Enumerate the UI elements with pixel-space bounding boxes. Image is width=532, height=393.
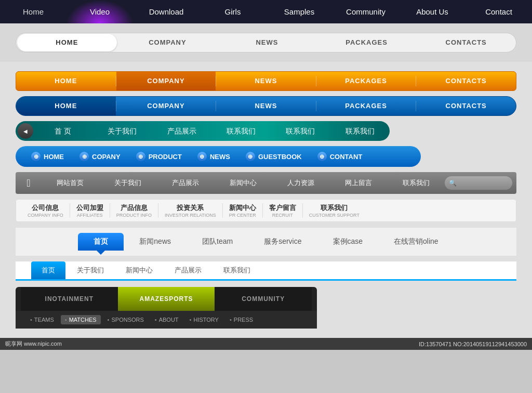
watermark-right: ID:13570471 NO:20140519112941453000	[419, 341, 527, 347]
nav-item-video[interactable]: Video	[66, 0, 133, 23]
nav2-item-home[interactable]: HOME	[16, 71, 116, 91]
nav5-item-contant[interactable]: ⊕ CONTANT	[310, 152, 370, 161]
nav5-icon-guestbook: ⊕	[246, 152, 255, 161]
nav5-item-news[interactable]: ⊕ NEWS	[190, 152, 238, 161]
top-navigation: Home Video Download Girls Samples Commun…	[0, 0, 532, 23]
search-input[interactable]	[459, 179, 511, 187]
nav-item-girls[interactable]: Girls	[200, 0, 266, 23]
nav5-item-copany[interactable]: ⊕ COPANY	[72, 152, 128, 161]
section-2: HOME COMPANY NEWS PACKAGES CONTACTS HOME…	[0, 62, 532, 338]
nav5-icon-contant: ⊕	[317, 152, 327, 161]
nav5-item-home[interactable]: ⊕ HOME	[23, 152, 72, 161]
nav-item-community[interactable]: Community	[332, 0, 399, 23]
nav5-icon-copany: ⊕	[79, 152, 89, 161]
nav4-item-contact3[interactable]: 联系我们	[330, 121, 390, 141]
nav3-item-home[interactable]: HOME	[16, 96, 116, 116]
nav7-item-investor[interactable]: 投资关系 INVESTOR RELATIONS	[158, 203, 223, 218]
nav10-subnav: •TEAMS •MATCHES •SPONSORS •ABOUT •HISTOR…	[16, 311, 317, 329]
nav6-item-home[interactable]: 网站首页	[42, 172, 99, 194]
nav5-item-product[interactable]: ⊕ PRODUCT	[128, 152, 190, 161]
nav4-item-products[interactable]: 产品展示	[152, 121, 211, 141]
nav-center-tab: 首页 新闻news 团队team 服务service 案例case 在线营销ol…	[16, 227, 516, 256]
nav6-search-box: 🔍	[445, 176, 512, 190]
nav7-item-contact[interactable]: 联系我们 CUSTOMER SUPPORT	[303, 203, 366, 218]
nav1-item-news[interactable]: NEWS	[217, 33, 317, 53]
nav5-item-guestbook[interactable]: ⊕ GUESTBOOK	[238, 152, 310, 161]
nav9-item-contact[interactable]: 联系我们	[213, 261, 261, 279]
nav-teal: ◀ 首 页 关于我们 产品展示 联系我们 联系我们 联系我们	[16, 121, 390, 141]
nav3-item-company[interactable]: COMPANY	[116, 96, 216, 116]
watermark-left: 昵享网 www.nipic.com	[5, 340, 62, 348]
nav2-item-news[interactable]: NEWS	[216, 71, 316, 91]
nav-blue-rounded: HOME COMPANY NEWS PACKAGES CONTACTS	[16, 96, 516, 116]
apple-icon: 	[16, 177, 42, 189]
nav1-item-contacts[interactable]: CONTACTS	[416, 33, 516, 53]
nav1-item-packages[interactable]: PACKAGES	[317, 33, 417, 53]
nav3-item-news[interactable]: NEWS	[216, 96, 316, 116]
nav-item-contact[interactable]: Contact	[466, 0, 532, 23]
nav8-item-online[interactable]: 在线营销oline	[378, 233, 454, 251]
nav-bottom-tabs: 首页 关于我们 新闻中心 产品展示 联系我们	[16, 261, 516, 281]
nav7-item-newscenter[interactable]: 新闻中心 PR CENTER	[223, 203, 263, 218]
nav10-sub-about[interactable]: •ABOUT	[151, 317, 183, 323]
nav10-sub-history[interactable]: •HISTORY	[185, 317, 223, 323]
nav6-item-products[interactable]: 产品展示	[157, 172, 215, 194]
nav7-item-companyinfo[interactable]: 公司信息 COMPANY INFO	[21, 203, 70, 218]
nav10-item-community[interactable]: COMMUNITY	[215, 287, 312, 311]
nav-blue-circle: ⊕ HOME ⊕ COPANY ⊕ PRODUCT ⊕ NEWS ⊕ GUEST…	[16, 146, 421, 167]
nav8-item-case[interactable]: 案例case	[317, 233, 379, 251]
nav5-icon-product: ⊕	[136, 152, 145, 161]
nav8-item-news[interactable]: 新闻news	[124, 233, 187, 251]
nav7-item-feedback[interactable]: 客户留言 RECRUIT	[263, 203, 303, 218]
nav2-item-company[interactable]: COMPANY	[116, 71, 216, 91]
nav8-item-service[interactable]: 服务service	[248, 233, 317, 251]
nav10-sub-matches[interactable]: •MATCHES	[61, 315, 101, 324]
nav6-item-hr[interactable]: 人力资源	[272, 172, 329, 194]
nav2-item-contacts[interactable]: CONTACTS	[416, 71, 516, 91]
nav-dark-green: INOTAINMENT AMAZESPORTS COMMUNITY	[16, 287, 317, 311]
nav10-item-inotainment[interactable]: INOTAINMENT	[21, 287, 118, 311]
nav4-item-contact1[interactable]: 联系我们	[211, 121, 271, 141]
nav-item-home[interactable]: Home	[0, 0, 66, 23]
nav10-item-amazesports[interactable]: AMAZESPORTS	[118, 287, 215, 311]
nav-item-samples[interactable]: Samples	[266, 0, 332, 23]
nav9-item-home[interactable]: 首页	[31, 261, 65, 279]
nav2-item-packages[interactable]: PACKAGES	[316, 71, 416, 91]
section-1: HOME COMPANY NEWS PACKAGES CONTACTS	[0, 23, 532, 62]
nav5-icon-home: ⊕	[31, 152, 41, 161]
nav3-item-packages[interactable]: PACKAGES	[316, 96, 416, 116]
nav10-sub-press[interactable]: •PRESS	[225, 317, 257, 323]
nav9-item-about[interactable]: 关于我们	[66, 261, 114, 279]
nav4-left-button[interactable]: ◀	[18, 123, 33, 139]
nav-gray-apple:  网站首页 关于我们 产品展示 新闻中心 人力资源 网上留言 联系我们 🔍	[16, 172, 516, 194]
nav10-sub-teams[interactable]: •TEAMS	[26, 317, 58, 323]
nav4-item-about[interactable]: 关于我们	[92, 121, 152, 141]
nav7-item-productinfo[interactable]: 产品信息 PRODUCT INFO	[110, 203, 158, 218]
nav8-item-team[interactable]: 团队team	[187, 233, 248, 251]
watermark-bar: 昵享网 www.nipic.com ID:13570471 NO:2014051…	[0, 338, 532, 350]
nav1-item-home[interactable]: HOME	[17, 34, 117, 51]
nav9-item-products[interactable]: 产品展示	[164, 261, 212, 279]
nav8-active-tab[interactable]: 首页	[78, 233, 124, 251]
nav6-item-about[interactable]: 关于我们	[99, 172, 157, 194]
nav4-item-home[interactable]: 首 页	[33, 121, 92, 141]
nav3-item-contacts[interactable]: CONTACTS	[416, 96, 516, 116]
search-icon: 🔍	[449, 179, 457, 187]
nav5-icon-news: ⊕	[197, 152, 207, 161]
nav-item-download[interactable]: Download	[133, 0, 200, 23]
nav4-wrapper: ◀ 首 页 关于我们 产品展示 联系我们 联系我们 联系我们	[16, 121, 516, 141]
nav6-item-news[interactable]: 新闻中心	[215, 172, 272, 194]
nav9-item-news[interactable]: 新闻中心	[115, 261, 163, 279]
nav4-item-contact2[interactable]: 联系我们	[271, 121, 330, 141]
nav7-item-affiliates[interactable]: 公司加盟 AFFILIATES	[70, 203, 110, 218]
nav-pill-light: HOME COMPANY NEWS PACKAGES CONTACTS	[16, 33, 516, 53]
nav-item-about[interactable]: About Us	[399, 0, 466, 23]
nav10-sub-sponsors[interactable]: •SPONSORS	[103, 317, 148, 323]
nav6-item-guestbook[interactable]: 网上留言	[329, 172, 387, 194]
nav-orange: HOME COMPANY NEWS PACKAGES CONTACTS	[16, 71, 516, 91]
nav-text-links: 公司信息 COMPANY INFO 公司加盟 AFFILIATES 产品信息 P…	[16, 199, 516, 222]
nav6-item-contact[interactable]: 联系我们	[387, 172, 445, 194]
nav1-item-company[interactable]: COMPANY	[118, 33, 218, 53]
